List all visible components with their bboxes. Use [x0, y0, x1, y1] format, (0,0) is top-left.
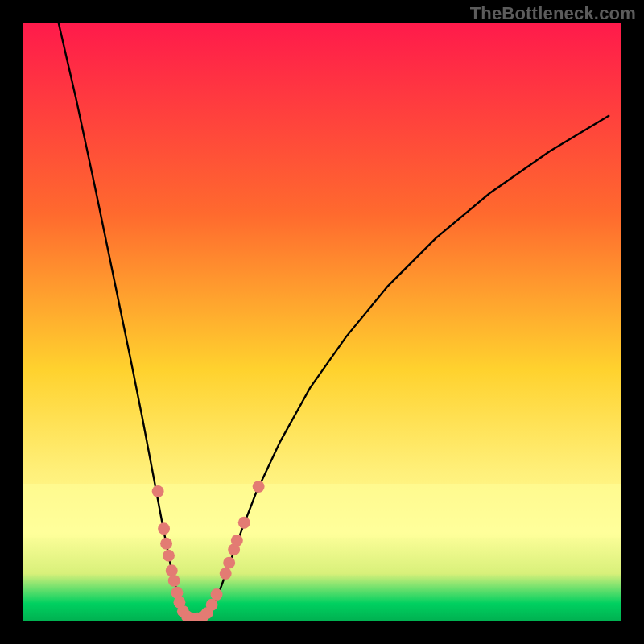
data-dot — [223, 557, 235, 569]
data-dot — [211, 588, 223, 601]
data-dot — [220, 568, 232, 580]
watermark-text: TheBottleneck.com — [470, 3, 636, 24]
bottleneck-chart — [23, 23, 621, 621]
data-dot — [163, 550, 175, 562]
data-dot — [152, 485, 164, 497]
data-dot — [158, 522, 170, 535]
data-dot — [166, 564, 178, 576]
data-dot — [168, 575, 180, 587]
highlight-band — [23, 484, 621, 538]
chart-container: TheBottleneck.com — [0, 0, 644, 644]
data-dot — [160, 538, 172, 550]
data-dot — [206, 599, 218, 611]
data-dot — [231, 535, 243, 547]
data-dot — [253, 481, 265, 493]
data-dot — [238, 517, 250, 529]
